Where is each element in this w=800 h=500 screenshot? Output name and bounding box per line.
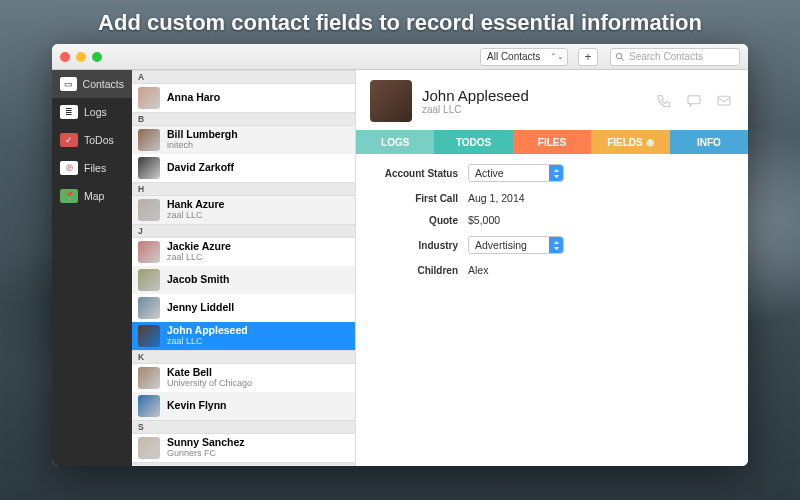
pin-icon: 📍	[60, 189, 78, 203]
field-value: Active	[475, 167, 504, 179]
sidebar-item-label: ToDos	[84, 134, 114, 146]
field-label: First Call	[372, 193, 468, 204]
field-row: Account StatusActive	[372, 164, 732, 182]
svg-rect-3	[718, 96, 730, 105]
svg-point-0	[616, 53, 622, 59]
contact-name: John Appleseed	[422, 87, 529, 104]
section-header: B	[132, 112, 355, 126]
field-row: IndustryAdvertising	[372, 236, 732, 254]
contact-row[interactable]: Jenny Liddell	[132, 294, 355, 322]
contact-detail: John Appleseed zaal LLC LOGS TODOS FILES…	[356, 70, 748, 466]
svg-rect-2	[688, 96, 700, 104]
section-header: A	[132, 70, 355, 84]
sidebar: ▭Contacts≣Logs✓ToDos℗Files📍Map	[52, 70, 132, 466]
minimize-icon[interactable]	[76, 52, 86, 62]
add-field-icon: ⊕	[646, 137, 654, 148]
contact-row-sub: University of Chicago	[167, 379, 252, 389]
field-value: Advertising	[475, 239, 527, 251]
sidebar-item-label: Logs	[84, 106, 107, 118]
section-header: K	[132, 350, 355, 364]
field-select[interactable]: Active	[468, 164, 564, 182]
contact-row[interactable]: Jacob Smith	[132, 266, 355, 294]
avatar	[138, 241, 160, 263]
field-value[interactable]: Alex	[468, 264, 488, 276]
avatar	[138, 437, 160, 459]
contact-row-sub: zaal LLC	[167, 211, 224, 221]
sidebar-item-todos[interactable]: ✓ToDos	[52, 126, 132, 154]
tab-files[interactable]: FILES	[513, 130, 591, 154]
sidebar-item-files[interactable]: ℗Files	[52, 154, 132, 182]
avatar	[138, 269, 160, 291]
contact-row[interactable]: John Appleseedzaal LLC	[132, 322, 355, 350]
contact-row-sub: zaal LLC	[167, 253, 231, 263]
tab-info[interactable]: INFO	[670, 130, 748, 154]
avatar	[138, 325, 160, 347]
filter-select-label: All Contacts	[487, 51, 540, 62]
phone-icon[interactable]	[654, 93, 674, 109]
section-header: T	[132, 462, 355, 466]
add-contact-button[interactable]: +	[578, 48, 598, 66]
contact-row[interactable]: Jackie Azurezaal LLC	[132, 238, 355, 266]
contact-row-sub: Gunners FC	[167, 449, 245, 459]
section-header: J	[132, 224, 355, 238]
titlebar: All Contacts ⌃⌄ + Search Contacts	[52, 44, 748, 70]
contact-row-sub: initech	[167, 141, 238, 151]
chevron-updown-icon	[549, 237, 563, 253]
chevron-updown-icon: ⌃⌄	[550, 53, 564, 61]
sidebar-item-label: Contacts	[83, 78, 124, 90]
section-header: S	[132, 420, 355, 434]
contact-row[interactable]: Kevin Flynn	[132, 392, 355, 420]
filter-select[interactable]: All Contacts ⌃⌄	[480, 48, 568, 66]
avatar	[138, 129, 160, 151]
field-row: ChildrenAlex	[372, 264, 732, 276]
contact-row-name: Kevin Flynn	[167, 400, 227, 412]
search-icon	[615, 52, 625, 62]
field-label: Account Status	[372, 168, 468, 179]
contact-row[interactable]: Anna Haro	[132, 84, 355, 112]
contact-row[interactable]: Hank Azurezaal LLC	[132, 196, 355, 224]
sidebar-item-map[interactable]: 📍Map	[52, 182, 132, 210]
sidebar-item-label: Map	[84, 190, 104, 202]
window-controls	[60, 52, 102, 62]
contact-list[interactable]: AAnna HaroBBill LumberghinitechDavid Zar…	[132, 70, 356, 466]
contact-row[interactable]: Kate BellUniversity of Chicago	[132, 364, 355, 392]
custom-fields-form: Account StatusActiveFirst CallAug 1, 201…	[356, 154, 748, 296]
field-row: First CallAug 1, 2014	[372, 192, 732, 204]
tab-fields[interactable]: FIELDS⊕	[591, 130, 669, 154]
avatar	[138, 367, 160, 389]
contact-avatar	[370, 80, 412, 122]
avatar	[138, 157, 160, 179]
avatar	[138, 297, 160, 319]
close-icon[interactable]	[60, 52, 70, 62]
sidebar-item-logs[interactable]: ≣Logs	[52, 98, 132, 126]
field-value[interactable]: $5,000	[468, 214, 500, 226]
field-label: Children	[372, 265, 468, 276]
clip-icon: ℗	[60, 161, 78, 175]
zoom-icon[interactable]	[92, 52, 102, 62]
mail-icon[interactable]	[714, 93, 734, 109]
tab-logs[interactable]: LOGS	[356, 130, 434, 154]
search-placeholder: Search Contacts	[629, 51, 703, 62]
field-label: Industry	[372, 240, 468, 251]
avatar	[138, 87, 160, 109]
avatar	[138, 199, 160, 221]
doc-icon: ≣	[60, 105, 78, 119]
field-value[interactable]: Aug 1, 2014	[468, 192, 525, 204]
contact-row[interactable]: Sunny SanchezGunners FC	[132, 434, 355, 462]
contact-row[interactable]: David Zarkoff	[132, 154, 355, 182]
svg-line-1	[621, 58, 624, 61]
contact-row-name: Anna Haro	[167, 92, 220, 104]
detail-tabs: LOGS TODOS FILES FIELDS⊕ INFO	[356, 130, 748, 154]
tab-todos[interactable]: TODOS	[434, 130, 512, 154]
avatar	[138, 395, 160, 417]
field-select[interactable]: Advertising	[468, 236, 564, 254]
card-icon: ▭	[60, 77, 77, 91]
chat-icon[interactable]	[684, 93, 704, 109]
contact-row-name: David Zarkoff	[167, 162, 234, 174]
search-input[interactable]: Search Contacts	[610, 48, 740, 66]
sidebar-item-contacts[interactable]: ▭Contacts	[52, 70, 132, 98]
sidebar-item-label: Files	[84, 162, 106, 174]
chevron-updown-icon	[549, 165, 563, 181]
contact-row-sub: zaal LLC	[167, 337, 248, 347]
contact-row[interactable]: Bill Lumberghinitech	[132, 126, 355, 154]
